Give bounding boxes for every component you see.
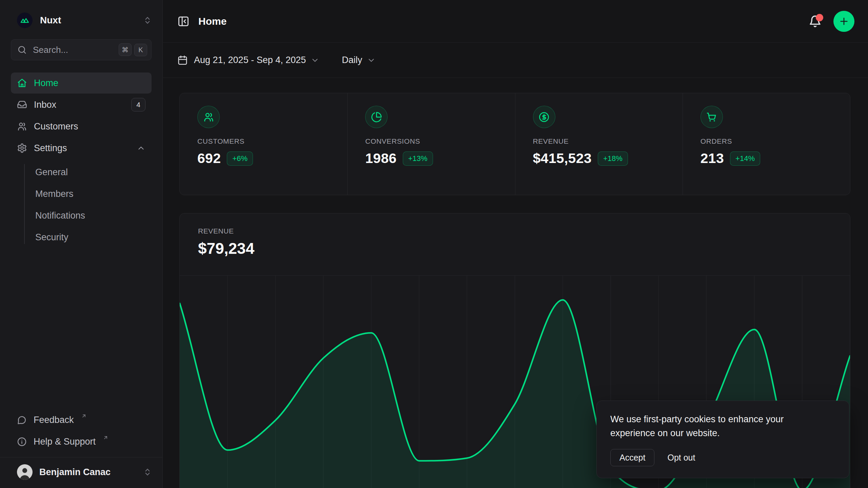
stat-label: ORDERS — [701, 137, 850, 145]
sidebar-link-feedback[interactable]: Feedback — [0, 409, 162, 431]
sidebar-item-notifications[interactable]: Notifications — [11, 205, 152, 226]
sidebar-item-members[interactable]: Members — [11, 183, 152, 205]
cookie-message: We use first-party cookies to enhance yo… — [610, 412, 817, 440]
sidebar-item-inbox[interactable]: Inbox4 — [11, 94, 152, 115]
arrow-up-right-icon — [81, 413, 87, 419]
chevron-down-icon — [367, 56, 376, 65]
stat-value: 692 — [197, 150, 221, 166]
sidebar-item-general[interactable]: General — [11, 161, 152, 183]
user-menu[interactable]: Benjamin Canac — [0, 458, 162, 488]
date-range-picker[interactable]: Aug 21, 2025 - Sep 4, 2025 — [194, 55, 306, 65]
nuxt-logo — [17, 13, 33, 28]
stat-card-revenue[interactable]: REVENUE $415,523 +18% — [515, 93, 683, 195]
sidebar-item-home[interactable]: Home — [11, 73, 152, 94]
filters-bar: Aug 21, 2025 - Sep 4, 2025 Daily — [163, 43, 868, 78]
stat-icon-circle — [701, 106, 723, 128]
revenue-label: REVENUE — [198, 227, 850, 235]
sidebar-link-help-support[interactable]: Help & Support — [0, 431, 162, 452]
stat-delta-badge: +14% — [730, 151, 760, 166]
stat-value: $415,523 — [533, 150, 592, 166]
inbox-icon — [17, 100, 27, 110]
chat-bubble-icon — [17, 415, 27, 425]
home-icon — [17, 78, 27, 88]
info-circle-icon — [17, 437, 27, 447]
sidebar-item-label: Settings — [34, 143, 67, 154]
workspace-switcher[interactable]: Nuxt — [17, 12, 152, 29]
add-button[interactable] — [833, 11, 854, 32]
cookie-banner: We use first-party cookies to enhance yo… — [596, 401, 849, 478]
search-icon — [17, 45, 27, 55]
chevron-up-icon — [137, 144, 145, 152]
avatar — [17, 464, 33, 480]
gear-icon — [17, 143, 27, 153]
sidebar-item-security[interactable]: Security — [11, 226, 152, 248]
stat-delta-badge: +13% — [403, 151, 433, 166]
dollar-circle-icon — [538, 111, 550, 123]
cart-icon — [706, 111, 717, 123]
calendar-icon — [177, 55, 188, 65]
subnav-guide-line — [24, 164, 25, 244]
stat-delta-badge: +18% — [598, 151, 628, 166]
user-name: Benjamin Canac — [39, 467, 136, 477]
stat-value: 213 — [701, 150, 724, 166]
plus-icon — [839, 16, 849, 27]
opt-out-button[interactable]: Opt out — [667, 453, 695, 463]
sidebar-link-label: Help & Support — [34, 436, 96, 447]
sidebar-item-label: Home — [34, 78, 58, 88]
stat-card-customers[interactable]: CUSTOMERS 692 +6% — [180, 93, 347, 195]
granularity-select[interactable]: Daily — [342, 55, 362, 65]
dashboard-app: Nuxt Search... ⌘K Home Inbox4 Customers … — [0, 0, 868, 488]
sidebar-item-label: Customers — [34, 121, 78, 132]
stats-card: CUSTOMERS 692 +6% CONVERSIONS 1986 +13% … — [179, 93, 850, 195]
workspace-name: Nuxt — [40, 15, 135, 26]
revenue-total: $79,234 — [198, 239, 850, 258]
kbd-hint: ⌘ — [119, 43, 132, 56]
inbox-count-badge: 4 — [131, 98, 145, 111]
pie-chart-icon — [371, 111, 382, 123]
sidebar-bottom: Feedback Help & Support Benjamin Canac — [0, 409, 162, 488]
sidebar-link-label: Feedback — [34, 415, 74, 425]
stat-icon-circle — [533, 106, 555, 128]
search-placeholder: Search... — [33, 45, 110, 55]
revenue-card-header: REVENUE $79,234 — [180, 214, 850, 258]
sidebar-footer-links: Feedback Help & Support — [0, 409, 162, 452]
chevrons-up-down-icon — [143, 16, 152, 25]
collapse-sidebar-icon[interactable] — [177, 15, 190, 27]
sidebar-item-settings[interactable]: Settings — [11, 138, 152, 159]
chevrons-up-down-icon — [143, 467, 152, 477]
kbd-hint: K — [134, 44, 147, 56]
stat-icon-circle — [197, 106, 220, 128]
stat-delta-badge: +6% — [227, 151, 253, 166]
stat-card-orders[interactable]: ORDERS 213 +14% — [683, 93, 850, 195]
chevron-down-icon — [311, 56, 319, 65]
search-kbd-hints: ⌘K — [116, 43, 147, 56]
sidebar-item-label: Inbox — [34, 100, 56, 110]
nuxt-logo-icon — [20, 15, 30, 25]
stat-icon-circle — [365, 106, 388, 128]
accept-button[interactable]: Accept — [610, 449, 654, 466]
sidebar-item-customers[interactable]: Customers — [11, 116, 152, 137]
sidebar-subnav: GeneralMembersNotificationsSecurity — [11, 161, 152, 248]
stat-label: REVENUE — [533, 137, 683, 145]
arrow-up-right-icon — [103, 435, 108, 441]
sidebar: Nuxt Search... ⌘K Home Inbox4 Customers … — [0, 0, 163, 488]
stat-value: 1986 — [365, 150, 396, 166]
page-header: Home — [163, 0, 868, 43]
users-icon — [203, 111, 214, 123]
sidebar-nav: Home Inbox4 Customers SettingsGeneralMem… — [11, 73, 152, 248]
stat-card-conversions[interactable]: CONVERSIONS 1986 +13% — [347, 93, 515, 195]
stat-label: CONVERSIONS — [365, 137, 515, 145]
stat-label: CUSTOMERS — [197, 137, 347, 145]
page-title: Home — [198, 16, 808, 27]
cookie-actions: Accept Opt out — [610, 449, 835, 466]
users-icon — [17, 121, 27, 131]
notification-dot — [816, 14, 823, 21]
search-input[interactable]: Search... ⌘K — [11, 39, 152, 60]
notifications-button[interactable] — [808, 15, 822, 28]
